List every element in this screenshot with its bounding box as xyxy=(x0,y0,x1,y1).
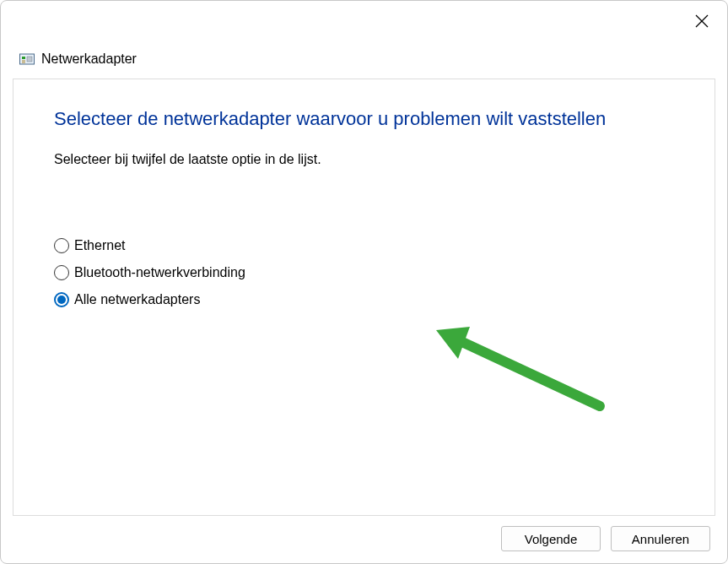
window-header: Netwerkadapter xyxy=(1,1,727,67)
radio-circle-icon xyxy=(54,265,69,280)
radio-option-all-adapters[interactable]: Alle netwerkadapters xyxy=(54,292,674,307)
cancel-button[interactable]: Annuleren xyxy=(611,526,710,551)
next-button[interactable]: Volgende xyxy=(501,526,601,551)
troubleshooter-window: Netwerkadapter Selecteer de netwerkadapt… xyxy=(0,0,728,564)
radio-label: Alle netwerkadapters xyxy=(74,292,200,307)
content-panel: Selecteer de netwerkadapter waarvoor u p… xyxy=(13,79,715,516)
radio-label: Ethernet xyxy=(74,238,125,253)
svg-rect-3 xyxy=(22,57,25,59)
dialog-footer: Volgende Annuleren xyxy=(1,516,727,563)
radio-circle-icon xyxy=(54,292,69,307)
radio-label: Bluetooth-netwerkverbinding xyxy=(74,265,245,280)
radio-option-bluetooth[interactable]: Bluetooth-netwerkverbinding xyxy=(54,265,674,280)
page-heading: Selecteer de netwerkadapter waarvoor u p… xyxy=(54,108,674,130)
network-adapter-icon xyxy=(19,52,35,66)
radio-circle-icon xyxy=(54,238,69,253)
adapter-radio-group: Ethernet Bluetooth-netwerkverbinding All… xyxy=(54,238,674,307)
close-button[interactable] xyxy=(690,9,714,33)
window-title: Netwerkadapter xyxy=(41,52,137,67)
close-icon xyxy=(695,14,709,28)
svg-rect-4 xyxy=(27,57,32,62)
page-subtext: Selecteer bij twijfel de laatste optie i… xyxy=(54,152,674,167)
radio-option-ethernet[interactable]: Ethernet xyxy=(54,238,674,253)
